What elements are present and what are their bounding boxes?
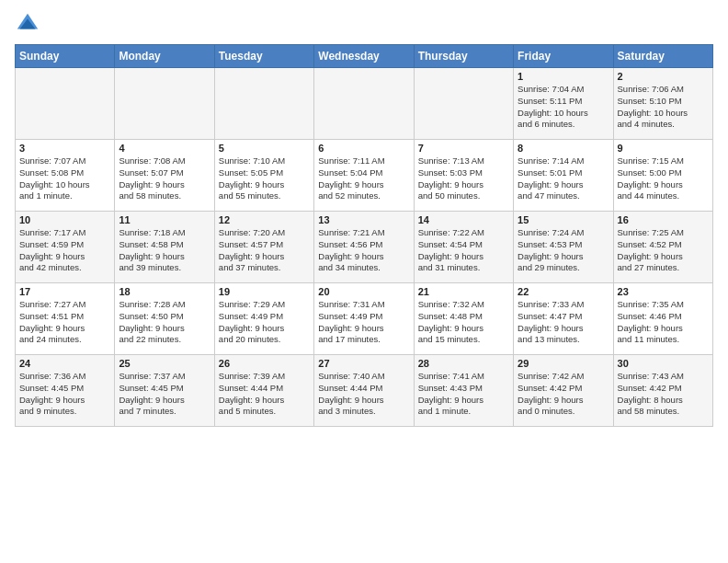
weekday-header: Tuesday: [214, 45, 313, 68]
calendar-cell: 20Sunrise: 7:31 AM Sunset: 4:49 PM Dayli…: [314, 283, 414, 355]
day-info: Sunrise: 7:33 AM Sunset: 4:47 PM Dayligh…: [518, 299, 609, 346]
calendar-cell: 6Sunrise: 7:11 AM Sunset: 5:04 PM Daylig…: [314, 140, 414, 212]
calendar-cell: 4Sunrise: 7:08 AM Sunset: 5:07 PM Daylig…: [115, 140, 214, 212]
calendar-cell: 27Sunrise: 7:40 AM Sunset: 4:44 PM Dayli…: [314, 355, 414, 427]
calendar-cell: 3Sunrise: 7:07 AM Sunset: 5:08 PM Daylig…: [16, 140, 115, 212]
day-number: 19: [219, 286, 310, 297]
day-info: Sunrise: 7:04 AM Sunset: 5:11 PM Dayligh…: [518, 84, 609, 131]
day-number: 25: [119, 358, 210, 369]
header-row: SundayMondayTuesdayWednesdayThursdayFrid…: [16, 45, 713, 68]
day-info: Sunrise: 7:20 AM Sunset: 4:57 PM Dayligh…: [219, 227, 310, 274]
day-info: Sunrise: 7:31 AM Sunset: 4:49 PM Dayligh…: [318, 299, 409, 346]
day-info: Sunrise: 7:40 AM Sunset: 4:44 PM Dayligh…: [318, 371, 409, 418]
calendar-cell: 28Sunrise: 7:41 AM Sunset: 4:43 PM Dayli…: [414, 355, 513, 427]
day-info: Sunrise: 7:32 AM Sunset: 4:48 PM Dayligh…: [418, 299, 509, 346]
calendar-cell: [16, 68, 115, 140]
day-info: Sunrise: 7:28 AM Sunset: 4:50 PM Dayligh…: [119, 299, 210, 346]
weekday-header: Wednesday: [314, 45, 414, 68]
calendar-cell: [214, 68, 313, 140]
day-number: 22: [518, 286, 609, 297]
calendar-cell: 9Sunrise: 7:15 AM Sunset: 5:00 PM Daylig…: [613, 140, 712, 212]
day-info: Sunrise: 7:41 AM Sunset: 4:43 PM Dayligh…: [418, 371, 509, 418]
calendar-week-row: 1Sunrise: 7:04 AM Sunset: 5:11 PM Daylig…: [16, 68, 713, 140]
day-number: 6: [318, 143, 409, 154]
header-area: [15, 11, 713, 37]
calendar-cell: 11Sunrise: 7:18 AM Sunset: 4:58 PM Dayli…: [115, 212, 214, 283]
calendar-table: SundayMondayTuesdayWednesdayThursdayFrid…: [15, 44, 713, 427]
day-info: Sunrise: 7:24 AM Sunset: 4:53 PM Dayligh…: [518, 227, 609, 274]
weekday-header: Saturday: [613, 45, 712, 68]
day-info: Sunrise: 7:25 AM Sunset: 4:52 PM Dayligh…: [618, 227, 709, 274]
day-info: Sunrise: 7:29 AM Sunset: 4:49 PM Dayligh…: [219, 299, 310, 346]
day-info: Sunrise: 7:07 AM Sunset: 5:08 PM Dayligh…: [19, 155, 110, 202]
day-number: 10: [19, 214, 110, 225]
day-number: 20: [318, 286, 409, 297]
day-number: 4: [119, 143, 210, 154]
day-number: 12: [219, 214, 310, 225]
day-number: 14: [418, 214, 509, 225]
day-number: 3: [19, 143, 110, 154]
calendar-cell: 25Sunrise: 7:37 AM Sunset: 4:45 PM Dayli…: [115, 355, 214, 427]
day-number: 1: [518, 71, 609, 82]
day-info: Sunrise: 7:11 AM Sunset: 5:04 PM Dayligh…: [318, 155, 409, 202]
weekday-header: Friday: [514, 45, 613, 68]
day-info: Sunrise: 7:43 AM Sunset: 4:42 PM Dayligh…: [618, 371, 709, 418]
day-info: Sunrise: 7:08 AM Sunset: 5:07 PM Dayligh…: [119, 155, 210, 202]
weekday-header: Sunday: [16, 45, 115, 68]
calendar-cell: [414, 68, 513, 140]
calendar-cell: 15Sunrise: 7:24 AM Sunset: 4:53 PM Dayli…: [514, 212, 613, 283]
day-number: 9: [618, 143, 709, 154]
calendar-cell: 13Sunrise: 7:21 AM Sunset: 4:56 PM Dayli…: [314, 212, 414, 283]
day-number: 30: [618, 358, 709, 369]
day-number: 27: [318, 358, 409, 369]
day-info: Sunrise: 7:36 AM Sunset: 4:45 PM Dayligh…: [19, 371, 110, 418]
day-number: 11: [119, 214, 210, 225]
calendar-cell: 1Sunrise: 7:04 AM Sunset: 5:11 PM Daylig…: [514, 68, 613, 140]
day-info: Sunrise: 7:13 AM Sunset: 5:03 PM Dayligh…: [418, 155, 509, 202]
calendar-cell: 22Sunrise: 7:33 AM Sunset: 4:47 PM Dayli…: [514, 283, 613, 355]
calendar-cell: 7Sunrise: 7:13 AM Sunset: 5:03 PM Daylig…: [414, 140, 513, 212]
day-info: Sunrise: 7:42 AM Sunset: 4:42 PM Dayligh…: [518, 371, 609, 418]
calendar-cell: 17Sunrise: 7:27 AM Sunset: 4:51 PM Dayli…: [16, 283, 115, 355]
day-info: Sunrise: 7:37 AM Sunset: 4:45 PM Dayligh…: [119, 371, 210, 418]
calendar-cell: 24Sunrise: 7:36 AM Sunset: 4:45 PM Dayli…: [16, 355, 115, 427]
day-number: 5: [219, 143, 310, 154]
day-info: Sunrise: 7:35 AM Sunset: 4:46 PM Dayligh…: [618, 299, 709, 346]
weekday-header: Thursday: [414, 45, 513, 68]
calendar-cell: 18Sunrise: 7:28 AM Sunset: 4:50 PM Dayli…: [115, 283, 214, 355]
calendar-cell: [314, 68, 414, 140]
day-number: 2: [618, 71, 709, 82]
day-info: Sunrise: 7:21 AM Sunset: 4:56 PM Dayligh…: [318, 227, 409, 274]
calendar-week-row: 10Sunrise: 7:17 AM Sunset: 4:59 PM Dayli…: [16, 212, 713, 283]
day-info: Sunrise: 7:14 AM Sunset: 5:01 PM Dayligh…: [518, 155, 609, 202]
calendar-cell: 14Sunrise: 7:22 AM Sunset: 4:54 PM Dayli…: [414, 212, 513, 283]
calendar-cell: 16Sunrise: 7:25 AM Sunset: 4:52 PM Dayli…: [613, 212, 712, 283]
calendar-week-row: 3Sunrise: 7:07 AM Sunset: 5:08 PM Daylig…: [16, 140, 713, 212]
day-info: Sunrise: 7:22 AM Sunset: 4:54 PM Dayligh…: [418, 227, 509, 274]
day-info: Sunrise: 7:17 AM Sunset: 4:59 PM Dayligh…: [19, 227, 110, 274]
day-info: Sunrise: 7:10 AM Sunset: 5:05 PM Dayligh…: [219, 155, 310, 202]
day-info: Sunrise: 7:06 AM Sunset: 5:10 PM Dayligh…: [618, 84, 709, 131]
calendar-cell: 23Sunrise: 7:35 AM Sunset: 4:46 PM Dayli…: [613, 283, 712, 355]
day-info: Sunrise: 7:39 AM Sunset: 4:44 PM Dayligh…: [219, 371, 310, 418]
day-number: 28: [418, 358, 509, 369]
day-number: 8: [518, 143, 609, 154]
day-number: 16: [618, 214, 709, 225]
day-number: 26: [219, 358, 310, 369]
day-info: Sunrise: 7:18 AM Sunset: 4:58 PM Dayligh…: [119, 227, 210, 274]
calendar-cell: 29Sunrise: 7:42 AM Sunset: 4:42 PM Dayli…: [514, 355, 613, 427]
calendar-cell: 8Sunrise: 7:14 AM Sunset: 5:01 PM Daylig…: [514, 140, 613, 212]
calendar-cell: 5Sunrise: 7:10 AM Sunset: 5:05 PM Daylig…: [214, 140, 313, 212]
calendar-cell: 10Sunrise: 7:17 AM Sunset: 4:59 PM Dayli…: [16, 212, 115, 283]
calendar-cell: [115, 68, 214, 140]
day-number: 17: [19, 286, 110, 297]
logo-icon: [15, 11, 40, 37]
calendar-cell: 21Sunrise: 7:32 AM Sunset: 4:48 PM Dayli…: [414, 283, 513, 355]
day-number: 21: [418, 286, 509, 297]
day-number: 23: [618, 286, 709, 297]
calendar-cell: 2Sunrise: 7:06 AM Sunset: 5:10 PM Daylig…: [613, 68, 712, 140]
day-number: 18: [119, 286, 210, 297]
weekday-header: Monday: [115, 45, 214, 68]
calendar-cell: 30Sunrise: 7:43 AM Sunset: 4:42 PM Dayli…: [613, 355, 712, 427]
calendar-week-row: 17Sunrise: 7:27 AM Sunset: 4:51 PM Dayli…: [16, 283, 713, 355]
